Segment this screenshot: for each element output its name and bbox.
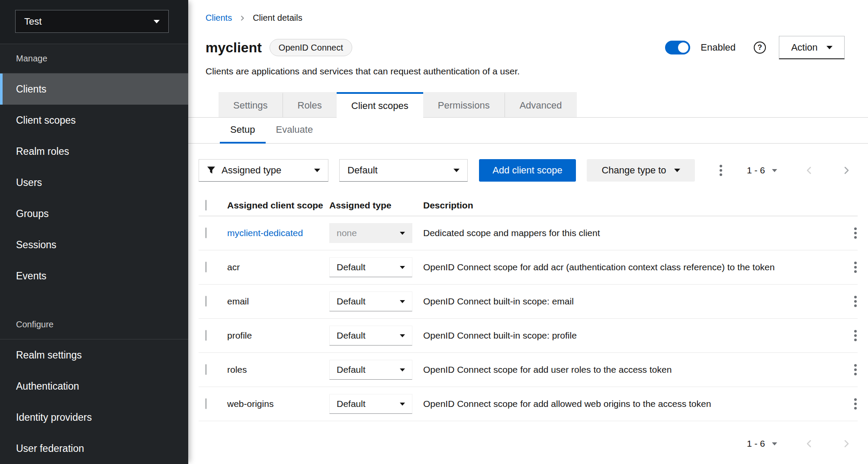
assigned-type-select[interactable]: Default [329,394,412,414]
header-controls: Enabled ? Action [665,36,845,59]
realm-selector-area: Test [0,0,188,44]
chevron-down-icon [400,403,405,406]
action-dropdown[interactable]: Action [779,36,845,59]
scope-description: OpenID Connect scope for add allowed web… [423,399,837,409]
sidebar-item-realm-roles[interactable]: Realm roles [0,136,188,167]
row-kebab-button[interactable] [853,290,858,313]
nav-group-manage: Manage Clients Client scopes Realm roles… [0,44,188,291]
sidebar-item-authentication[interactable]: Authentication [0,371,188,402]
pagination-range: 1 - 6 [747,165,765,176]
action-label: Action [791,42,817,53]
tab-client-scopes[interactable]: Client scopes [337,92,423,118]
sidebar: Test Manage Clients Client scopes Realm … [0,0,188,464]
row-checkbox[interactable] [206,330,206,341]
chevron-down-icon[interactable] [772,169,777,172]
sidebar-item-sessions[interactable]: Sessions [0,229,188,260]
row-kebab-button[interactable] [853,324,858,347]
assigned-type-value: Default [337,399,366,409]
row-kebab-button[interactable] [853,358,858,381]
sidebar-item-user-federation[interactable]: User federation [0,433,188,464]
sidebar-item-realm-settings[interactable]: Realm settings [0,339,188,371]
chevron-down-icon [400,334,405,337]
tab-settings[interactable]: Settings [219,92,283,117]
table-row: email Default OpenID Connect built-in sc… [199,285,858,319]
pagination-bottom: 1 - 6 [747,438,858,449]
table-row: myclient-dedicated none Dedicated scope … [199,216,858,250]
breadcrumb-separator-icon [239,15,246,22]
scope-subtabs: Setup Evaluate [188,118,868,144]
row-kebab-button[interactable] [853,393,858,415]
row-checkbox[interactable] [206,262,206,272]
assigned-type-value: Default [337,365,366,375]
nav-group-configure: Configure Realm settings Authentication … [0,310,188,464]
toolbar: Assigned type Default Add client scope C… [199,159,858,182]
chevron-down-icon[interactable] [772,442,777,445]
sidebar-item-clients[interactable]: Clients [0,74,188,105]
change-type-label: Change type to [601,165,666,176]
chevron-down-icon [400,232,405,235]
previous-page-button[interactable] [804,165,814,176]
assigned-type-select[interactable]: Default [329,257,412,277]
scope-link[interactable]: myclient-dedicated [227,228,303,238]
add-client-scope-button[interactable]: Add client scope [479,159,576,182]
client-scopes-table: Assigned client scope Assigned type Desc… [199,195,858,421]
subtab-setup[interactable]: Setup [220,118,266,144]
assigned-type-select[interactable]: Default [329,360,412,380]
sidebar-nav: Manage Clients Client scopes Realm roles… [0,44,188,464]
row-kebab-button[interactable] [853,256,858,278]
scope-name: email [227,296,329,307]
help-icon[interactable]: ? [754,42,766,54]
select-all-checkbox[interactable] [206,200,206,211]
scope-description: Dedicated scope and mappers for this cli… [423,228,837,238]
row-checkbox[interactable] [206,364,206,375]
pagination-bottom-wrap: 1 - 6 [199,421,858,449]
row-checkbox[interactable] [206,398,206,409]
chevron-down-icon [674,169,680,172]
table-header-row: Assigned client scope Assigned type Desc… [199,195,858,216]
chevron-down-icon [400,266,405,269]
filter-label: Assigned type [222,165,281,176]
scopes-panel: Assigned type Default Add client scope C… [188,144,868,464]
row-kebab-button[interactable] [853,222,858,244]
assigned-type-value: Default [337,296,366,307]
assigned-type-select[interactable]: Default [329,326,412,346]
scope-name: profile [227,330,329,341]
tab-roles[interactable]: Roles [283,92,337,117]
tab-permissions[interactable]: Permissions [423,92,505,117]
next-page-button[interactable] [841,438,852,449]
main-content: Clients Client details myclient OpenID C… [188,0,868,464]
sidebar-item-events[interactable]: Events [0,260,188,291]
row-checkbox[interactable] [206,296,206,307]
change-type-dropdown[interactable]: Change type to [587,159,695,182]
scope-name: acr [227,262,329,272]
header-assigned-type: Assigned type [329,200,423,211]
previous-page-button[interactable] [804,438,814,449]
assigned-type-value: Default [337,330,366,341]
chevron-down-icon [154,20,160,23]
row-checkbox[interactable] [206,227,206,238]
tab-advanced[interactable]: Advanced [505,92,577,117]
assigned-type-value: none [337,228,357,238]
filter-icon [207,166,215,175]
subtab-evaluate[interactable]: Evaluate [266,118,324,144]
sidebar-item-users[interactable]: Users [0,167,188,198]
sidebar-item-client-scopes[interactable]: Client scopes [0,105,188,136]
type-value-dropdown[interactable]: Default [339,159,468,182]
realm-selector[interactable]: Test [15,10,169,33]
breadcrumb-clients-link[interactable]: Clients [206,13,232,23]
sidebar-item-groups[interactable]: Groups [0,198,188,229]
assigned-type-select[interactable]: Default [329,291,412,311]
next-page-button[interactable] [841,165,852,176]
chevron-down-icon [400,368,405,371]
page-header: Clients Client details myclient OpenID C… [188,0,868,77]
sidebar-item-identity-providers[interactable]: Identity providers [0,402,188,433]
scope-description: OpenID Connect built-in scope: email [423,296,837,307]
header-assigned-client-scope: Assigned client scope [227,200,329,211]
toolbar-kebab-button[interactable] [711,159,730,182]
nav-section-title-manage: Manage [0,44,188,74]
scope-description: OpenID Connect scope for add user roles … [423,365,837,375]
header-description: Description [423,200,837,211]
assigned-type-filter-dropdown[interactable]: Assigned type [199,159,328,182]
enabled-toggle[interactable] [665,41,690,54]
nav-section-title-configure: Configure [0,310,188,339]
